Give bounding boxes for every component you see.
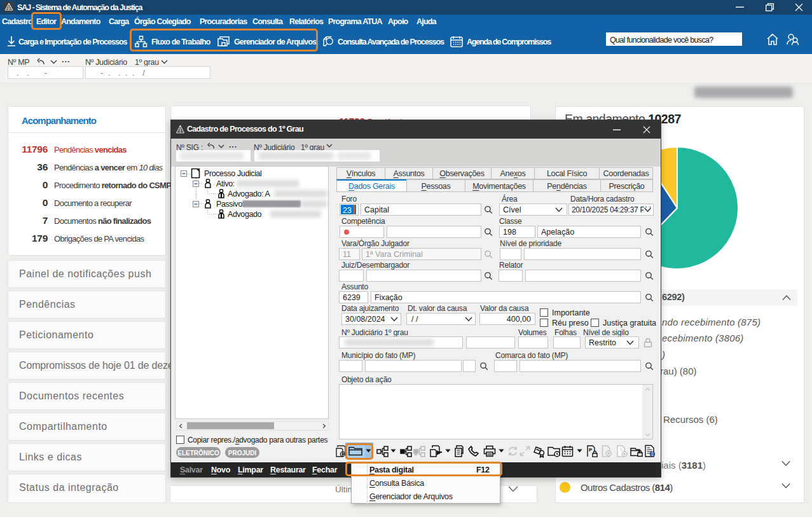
svg-text:P: P — [589, 447, 593, 453]
